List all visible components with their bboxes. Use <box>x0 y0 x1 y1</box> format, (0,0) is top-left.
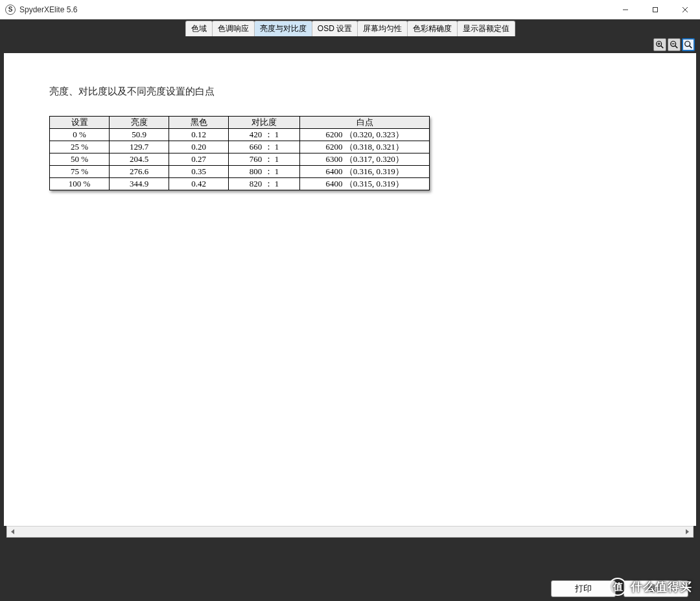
col-header-brightness: 亮度 <box>110 117 169 129</box>
cell-contrast: 660 ： 1 <box>229 141 300 153</box>
cell-white: 6300 （0.317, 0.320） <box>300 153 430 166</box>
cell-white: 6400 （0.316, 0.319） <box>300 166 430 178</box>
table-header-row: 设置 亮度 黑色 对比度 白点 <box>50 117 430 129</box>
table-row: 75 % 276.6 0.35 800 ： 1 6400 （0.316, 0.3… <box>50 166 430 178</box>
tab-label: 色域 <box>191 24 207 33</box>
maximize-icon <box>652 6 659 13</box>
data-table: 设置 亮度 黑色 对比度 白点 0 % 50.9 0.12 <box>49 116 430 190</box>
zoom-toolbar <box>1 36 699 53</box>
svg-marker-14 <box>686 529 689 534</box>
print-button[interactable]: 打印 <box>551 580 616 597</box>
cell-black: 0.20 <box>169 141 229 153</box>
cell-bright: 204.5 <box>110 153 169 166</box>
report-canvas[interactable]: 亮度、对比度以及不同亮度设置的白点 设置 亮度 黑色 对比度 白点 <box>4 53 696 526</box>
maximize-button[interactable] <box>640 0 670 19</box>
svg-marker-13 <box>11 529 14 534</box>
cell-setting: 75 % <box>50 166 110 178</box>
cell-setting: 50 % <box>50 153 110 166</box>
zoom-out-button[interactable] <box>668 38 681 51</box>
tab-osd-settings[interactable]: OSD 设置 <box>312 21 358 36</box>
table-row: 100 % 344.9 0.42 820 ： 1 6400 （0.315, 0.… <box>50 178 430 190</box>
cell-setting: 0 % <box>50 129 110 141</box>
tab-label: OSD 设置 <box>318 24 352 33</box>
table-row: 25 % 129.7 0.20 660 ： 1 6200 （0.318, 0.3… <box>50 141 430 153</box>
cell-black: 0.42 <box>169 178 229 190</box>
svg-rect-1 <box>653 7 658 12</box>
cell-bright: 50.9 <box>110 129 169 141</box>
scroll-right-icon[interactable] <box>682 527 692 536</box>
tab-brightness-contrast[interactable]: 亮度与对比度 <box>254 21 312 36</box>
tab-color-accuracy[interactable]: 色彩精确度 <box>407 21 458 36</box>
page-heading: 亮度、对比度以及不同亮度设置的白点 <box>49 85 651 98</box>
tab-gamut[interactable]: 色域 <box>185 21 213 36</box>
cell-setting: 100 % <box>50 178 110 190</box>
tab-uniformity[interactable]: 屏幕均匀性 <box>357 21 408 36</box>
cell-bright: 276.6 <box>110 166 169 178</box>
page-content: 亮度、对比度以及不同亮度设置的白点 设置 亮度 黑色 对比度 白点 <box>4 53 696 192</box>
cell-bright: 344.9 <box>110 178 169 190</box>
zoom-out-icon <box>670 40 679 49</box>
tab-label: 色彩精确度 <box>413 24 452 33</box>
svg-point-11 <box>685 41 690 47</box>
col-header-contrast: 对比度 <box>229 117 300 129</box>
table-row: 50 % 204.5 0.27 760 ： 1 6300 （0.317, 0.3… <box>50 153 430 166</box>
window-title: SpyderXElite 5.6 <box>19 5 77 14</box>
scroll-left-icon[interactable] <box>8 527 18 536</box>
cell-contrast: 820 ： 1 <box>229 178 300 190</box>
quit-button[interactable]: 退出 <box>624 580 688 597</box>
cell-black: 0.35 <box>169 166 229 178</box>
close-icon <box>682 6 688 13</box>
cell-white: 6200 （0.320, 0.323） <box>300 129 430 141</box>
cell-contrast: 800 ： 1 <box>229 166 300 178</box>
cell-black: 0.27 <box>169 153 229 166</box>
svg-line-5 <box>661 46 664 49</box>
cell-contrast: 420 ： 1 <box>229 129 300 141</box>
cell-white: 6200 （0.318, 0.321） <box>300 141 430 153</box>
cell-white: 6400 （0.315, 0.319） <box>300 178 430 190</box>
col-header-black: 黑色 <box>169 117 229 129</box>
tab-label: 屏幕均匀性 <box>363 24 402 33</box>
svg-line-12 <box>690 46 692 49</box>
cell-bright: 129.7 <box>110 141 169 153</box>
tab-row: 色域 色调响应 亮度与对比度 OSD 设置 屏幕均匀性 色彩精确度 显示器额定值 <box>1 19 699 36</box>
app-icon: S <box>5 5 16 15</box>
zoom-fit-icon <box>684 40 693 49</box>
cell-contrast: 760 ： 1 <box>229 153 300 166</box>
horizontal-scrollbar[interactable] <box>6 526 694 538</box>
zoom-in-button[interactable] <box>653 38 666 51</box>
cell-black: 0.12 <box>169 129 229 141</box>
tab-label: 显示器额定值 <box>463 24 509 33</box>
button-label: 退出 <box>648 583 664 595</box>
tab-label: 亮度与对比度 <box>260 24 307 33</box>
zoom-in-icon <box>655 40 664 49</box>
tab-display-rating[interactable]: 显示器额定值 <box>457 21 515 36</box>
button-label: 打印 <box>575 583 592 595</box>
table-row: 0 % 50.9 0.12 420 ： 1 6200 （0.320, 0.323… <box>50 129 430 141</box>
minimize-icon <box>622 6 629 13</box>
cell-setting: 25 % <box>50 141 110 153</box>
col-header-setting: 设置 <box>50 117 110 129</box>
data-table-wrap: 设置 亮度 黑色 对比度 白点 0 % 50.9 0.12 <box>49 116 430 190</box>
zoom-fit-button[interactable] <box>682 38 695 51</box>
app-frame: 色域 色调响应 亮度与对比度 OSD 设置 屏幕均匀性 色彩精确度 显示器额定值 <box>0 19 700 601</box>
col-header-whitepoint: 白点 <box>300 117 430 129</box>
tab-tone-response[interactable]: 色调响应 <box>212 21 255 36</box>
minimize-button[interactable] <box>611 0 640 19</box>
tab-label: 色调响应 <box>218 24 249 33</box>
canvas-outer: 亮度、对比度以及不同亮度设置的白点 设置 亮度 黑色 对比度 白点 <box>4 53 696 538</box>
button-bar: 打印 退出 <box>0 580 700 597</box>
svg-line-9 <box>675 46 678 49</box>
close-button[interactable] <box>670 0 700 19</box>
window-titlebar: S SpyderXElite 5.6 <box>0 0 700 19</box>
